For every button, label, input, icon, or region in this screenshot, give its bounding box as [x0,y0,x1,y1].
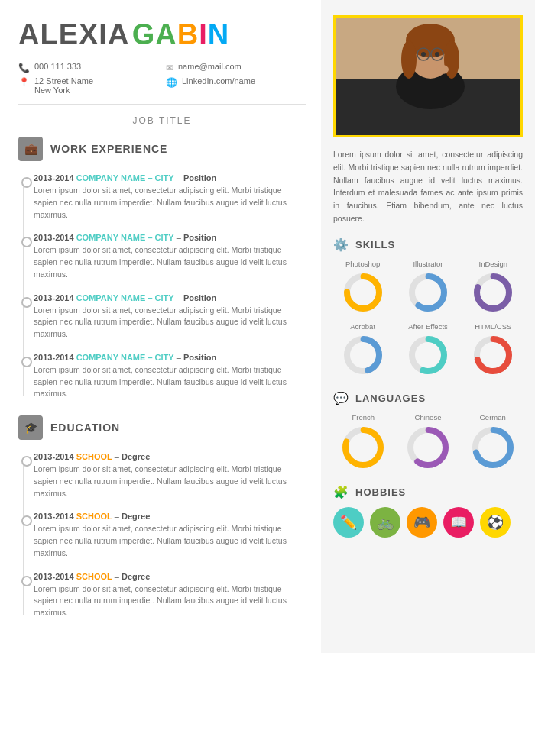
edu-item-1: 2013-2014 SCHOOL – Degree Lorem ipsum do… [34,512,306,559]
lang-donut-1 [405,425,451,473]
right-column: Lorem ipsum dolor sit amet, consectetur … [321,0,535,653]
header-divider [18,104,306,105]
lang-donut-2 [470,425,516,473]
skill-donut-2 [472,271,514,316]
hobby-icon-pencil: ✏️ [333,507,364,538]
work-date-0: 2013-2014 [34,173,74,183]
edu-date-2: 2013-2014 [34,572,74,581]
last-name-g: G [132,18,156,50]
phone-number: 000 111 333 [34,62,81,71]
education-header: 🎓 EDUCATION [18,415,306,443]
skills-title: SKILLS [355,239,395,250]
languages-icon: 💬 [333,391,349,405]
web-icon: 🌐 [166,77,177,88]
work-date-company-0: 2013-2014 COMPANY NAME – CITY – Position [34,173,306,183]
address-text: 12 Street Name New York [34,76,93,95]
skill-item-5: HTML/CSS [464,322,523,379]
contact-address: 📍 12 Street Name New York [18,76,158,95]
last-name: GABIN [132,18,229,50]
contact-phone: 📞 000 111 333 [18,62,158,73]
edu-date-1: 2013-2014 [34,512,74,521]
edu-desc-1: Lorem ipsum dolor sit amet, consectetur … [34,523,306,559]
edu-item-2: 2013-2014 SCHOOL – Degree Lorem ipsum do… [34,572,306,619]
skill-item-1: Illustrator [398,260,457,316]
hobbies-icon: 🧩 [333,485,349,499]
work-date-1: 2013-2014 [34,233,74,242]
profile-photo [333,15,523,137]
skills-section-header: ⚙️ SKILLS [333,237,523,252]
hobby-icon-cycling: 🚲 [370,507,400,538]
skill-donut-0 [342,271,384,316]
skill-donut-5 [472,334,514,379]
edu-item-0: 2013-2014 SCHOOL – Degree Lorem ipsum do… [34,452,306,499]
photo-placeholder [336,18,520,135]
work-item-1: 2013-2014 COMPANY NAME – CITY – Position… [34,233,306,280]
hobbies-section-header: 🧩 HOBBIES [333,485,523,499]
lang-item-2: German [462,413,523,473]
last-name-n: N [208,18,229,50]
education-timeline: 2013-2014 SCHOOL – Degree Lorem ipsum do… [18,452,306,619]
work-timeline: 2013-2014 COMPANY NAME – CITY – Position… [18,173,306,400]
hobbies-title: HOBBIES [355,486,406,498]
email-address: name@mail.com [178,62,242,71]
linkedin-url: LinkedIn.com/name [182,76,255,86]
profile-illustration [336,18,520,135]
work-position-0: Position [183,173,216,183]
briefcase-icon: 💼 [24,143,37,155]
skills-grid: Photoshop Illustrator InDesign Acrobat A… [333,260,523,379]
skill-label-5: HTML/CSS [475,322,511,331]
work-position-3: Position [183,353,216,362]
contact-email: ✉ name@mail.com [166,62,306,73]
work-desc-0: Lorem ipsum dolor sit amet, consectetur … [34,185,306,221]
lang-label-0: French [352,413,375,422]
edu-school-0: SCHOOL [76,452,112,461]
skill-label-1: Illustrator [413,260,443,268]
edu-school-2: SCHOOL [76,572,112,581]
skill-label-0: Photoshop [345,260,380,268]
skill-item-4: After Effects [398,322,457,379]
last-name-a: A [155,18,177,50]
lang-label-2: German [479,413,505,422]
edu-date-company-2: 2013-2014 SCHOOL – Degree [34,572,306,581]
work-experience-header: 💼 WORK EXPERIENCE [18,137,306,164]
lang-item-0: French [333,413,394,473]
work-desc-2: Lorem ipsum dolor sit amet, consectetur … [34,305,306,341]
edu-degree-0: Degree [122,452,150,461]
hobby-icon-reading: 📖 [443,507,474,538]
edu-desc-0: Lorem ipsum dolor sit amet, consectetur … [34,464,306,499]
education-icon-box: 🎓 [18,415,43,440]
skill-donut-1 [407,271,449,316]
svg-point-11 [421,52,426,57]
hobby-icon-gaming: 🎮 [407,507,437,538]
phone-icon: 📞 [18,63,30,73]
lang-label-1: Chinese [415,413,442,422]
contact-grid: 📞 000 111 333 ✉ name@mail.com 📍 12 Stree… [18,62,306,95]
work-item-3: 2013-2014 COMPANY NAME – CITY – Position… [34,353,306,400]
work-item-0: 2013-2014 COMPANY NAME – CITY – Position… [34,173,306,221]
contact-linkedin: 🌐 LinkedIn.com/name [166,76,306,95]
languages-grid: French Chinese German [333,413,523,473]
work-experience-title: WORK EXPERIENCE [50,143,167,155]
work-company-3: COMPANY NAME – CITY [76,353,174,362]
edu-degree-2: Degree [122,572,150,581]
skills-icon: ⚙️ [333,237,349,252]
location-icon: 📍 [18,77,30,88]
last-name-b: B [177,18,199,50]
work-position-1: Position [183,233,216,242]
skill-donut-3 [342,334,384,379]
hobbies-grid: ✏️🚲🎮📖⚽ [333,507,523,538]
skill-label-2: InDesign [479,260,508,268]
languages-section-header: 💬 LANGUAGES [333,391,523,405]
job-title: JOB TITLE [18,115,306,126]
hobby-icon-soccer: ⚽ [480,507,511,538]
skill-label-4: After Effects [408,322,448,331]
education-title: EDUCATION [50,422,120,434]
work-icon-box: 💼 [18,137,43,161]
work-desc-3: Lorem ipsum dolor sit amet, consectetur … [34,364,306,400]
svg-point-12 [435,52,439,57]
bio-text: Lorem ipsum dolor sit amet, consectetur … [333,148,523,225]
work-date-2: 2013-2014 [34,293,74,302]
left-column: ALEXIA GABIN 📞 000 111 333 ✉ name@mail.c… [0,0,321,653]
svg-point-13 [436,65,449,74]
lang-donut-0 [340,425,386,473]
